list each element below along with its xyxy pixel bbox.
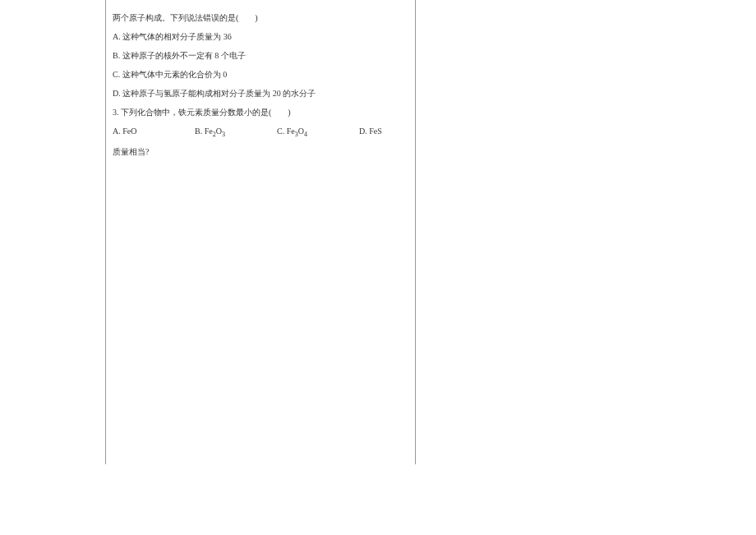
text-fragment: 质量相当? <box>113 142 408 161</box>
q3-option-d: D. FeS <box>359 122 408 142</box>
question-3-options: A. FeO B. Fe2O3 C. Fe3O4 D. FeS <box>113 122 408 142</box>
q3-option-c: C. Fe3O4 <box>277 122 359 142</box>
question-3-stem: 3. 下列化合物中，铁元素质量分数最小的是( ) <box>113 103 408 122</box>
option-d: D. 这种原子与氢原子能构成相对分子质量为 20 的水分子 <box>113 84 408 103</box>
option-c: C. 这种气体中元素的化合价为 0 <box>113 65 408 84</box>
q3-option-a: A. FeO <box>113 122 195 142</box>
right-column <box>415 0 690 464</box>
q3-option-b: B. Fe2O3 <box>195 122 277 142</box>
option-b: B. 这种原子的核外不一定有 8 个电子 <box>113 46 408 65</box>
option-a: A. 这种气体的相对分子质量为 36 <box>113 27 408 46</box>
left-column: 两个原子构成。下列说法错误的是( ) A. 这种气体的相对分子质量为 36 B.… <box>105 0 415 464</box>
two-column-document: 两个原子构成。下列说法错误的是( ) A. 这种气体的相对分子质量为 36 B.… <box>105 0 656 464</box>
question-stem-continuation: 两个原子构成。下列说法错误的是( ) <box>113 8 408 27</box>
